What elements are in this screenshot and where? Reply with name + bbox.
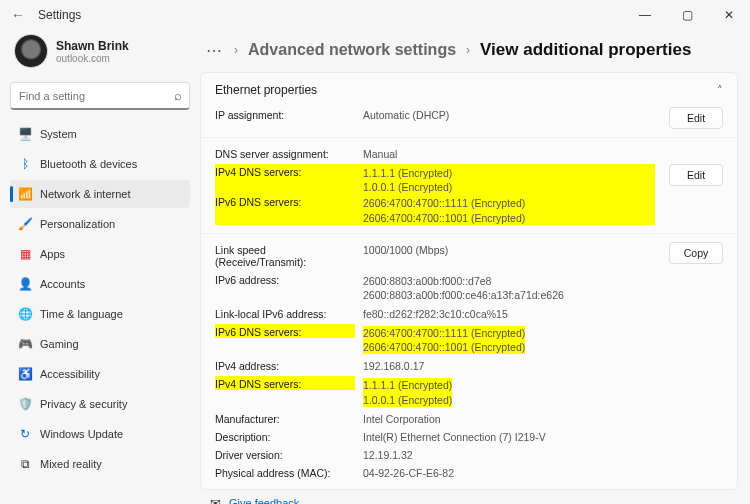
nav-icon: 🌐 <box>18 307 32 321</box>
driver-version-value: 12.19.1.32 <box>363 447 655 461</box>
ipv6-dns-label: IPv6 DNS servers: <box>215 194 355 224</box>
window-controls: — ▢ ✕ <box>624 0 750 30</box>
sidebar-item-privacy-security[interactable]: 🛡️Privacy & security <box>10 390 190 418</box>
search-input[interactable] <box>10 82 190 110</box>
nav-icon: 🎮 <box>18 337 32 351</box>
nav-label: Gaming <box>40 338 79 350</box>
ipv6-dns2-value: 2606:4700:4700::1111 (Encrypted) 2606:47… <box>363 324 655 354</box>
nav-icon: ▦ <box>18 247 32 261</box>
sidebar-item-apps[interactable]: ▦Apps <box>10 240 190 268</box>
chevron-right-icon: › <box>466 43 470 57</box>
breadcrumb-level1[interactable]: Advanced network settings <box>248 41 456 59</box>
sidebar-item-bluetooth-devices[interactable]: ᛒBluetooth & devices <box>10 150 190 178</box>
nav-label: Windows Update <box>40 428 123 440</box>
chevron-right-icon: › <box>234 43 238 57</box>
avatar <box>14 34 48 68</box>
nav-icon: ⧉ <box>18 457 32 471</box>
chevron-up-icon: ˄ <box>717 84 723 97</box>
card-title: Ethernet properties <box>215 83 317 97</box>
dns-assignment-label: DNS server assignment: <box>215 146 355 160</box>
profile-mail: outlook.com <box>56 53 129 64</box>
description-label: Description: <box>215 429 355 443</box>
profile[interactable]: Shawn Brink outlook.com <box>10 30 190 78</box>
mac-value: 04-92-26-CF-E6-82 <box>363 465 655 479</box>
nav-label: Mixed reality <box>40 458 102 470</box>
profile-name: Shawn Brink <box>56 39 129 53</box>
ipv6-dns-value: 2606:4700:4700::1111 (Encrypted) 2606:47… <box>363 194 655 224</box>
nav-label: Time & language <box>40 308 123 320</box>
link-speed-value: 1000/1000 (Mbps) <box>363 242 655 256</box>
minimize-button[interactable]: — <box>624 0 666 30</box>
breadcrumb-more[interactable]: ⋯ <box>206 41 224 60</box>
close-button[interactable]: ✕ <box>708 0 750 30</box>
breadcrumb: ⋯ › Advanced network settings › View add… <box>200 34 738 72</box>
ipv4-dns2-label: IPv4 DNS servers: <box>215 376 355 390</box>
ipv4-dns-label: IPv4 DNS servers: <box>215 164 355 194</box>
mac-label: Physical address (MAC): <box>215 465 355 479</box>
card-header[interactable]: Ethernet properties ˄ <box>201 73 737 107</box>
nav-icon: 🖌️ <box>18 217 32 231</box>
copy-button[interactable]: Copy <box>669 242 723 264</box>
sidebar-item-gaming[interactable]: 🎮Gaming <box>10 330 190 358</box>
ipv4-address-value: 192.168.0.17 <box>363 358 655 372</box>
sidebar-item-accessibility[interactable]: ♿Accessibility <box>10 360 190 388</box>
dns-assignment-value: Manual <box>363 146 655 160</box>
search-icon[interactable]: ⌕ <box>174 88 182 103</box>
manufacturer-value: Intel Corporation <box>363 411 655 425</box>
main-content: ⋯ › Advanced network settings › View add… <box>200 30 750 504</box>
link-speed-label: Link speed (Receive/Transmit): <box>215 242 355 268</box>
nav-icon: ᛒ <box>18 157 32 171</box>
ipv4-dns-value: 1.1.1.1 (Encrypted) 1.0.0.1 (Encrypted) <box>363 164 655 194</box>
sidebar-item-time-language[interactable]: 🌐Time & language <box>10 300 190 328</box>
ipv4-address-label: IPv4 address: <box>215 358 355 372</box>
description-value: Intel(R) Ethernet Connection (7) I219-V <box>363 429 655 443</box>
nav-label: System <box>40 128 77 140</box>
nav-icon: 🖥️ <box>18 127 32 141</box>
feedback-link[interactable]: ✉ Give feedback <box>200 496 738 504</box>
maximize-button[interactable]: ▢ <box>666 0 708 30</box>
feedback-icon: ✉ <box>210 496 221 504</box>
ipv6-dns2-label: IPv6 DNS servers: <box>215 324 355 338</box>
manufacturer-label: Manufacturer: <box>215 411 355 425</box>
nav-icon: ↻ <box>18 427 32 441</box>
nav-icon: 🛡️ <box>18 397 32 411</box>
ip-assignment-label: IP assignment: <box>215 107 355 121</box>
nav-label: Privacy & security <box>40 398 127 410</box>
nav-label: Personalization <box>40 218 115 230</box>
nav-icon: 📶 <box>18 187 32 201</box>
sidebar-item-accounts[interactable]: 👤Accounts <box>10 270 190 298</box>
sidebar-item-system[interactable]: 🖥️System <box>10 120 190 148</box>
nav-label: Network & internet <box>40 188 130 200</box>
driver-version-label: Driver version: <box>215 447 355 461</box>
ipv4-dns2-value: 1.1.1.1 (Encrypted) 1.0.0.1 (Encrypted) <box>363 376 655 406</box>
window-title: Settings <box>38 8 81 22</box>
nav-list: 🖥️SystemᛒBluetooth & devices📶Network & i… <box>10 120 190 478</box>
ipv6-address-label: IPv6 address: <box>215 272 355 286</box>
link-local-ipv6-value: fe80::d262:f282:3c10:c0ca%15 <box>363 306 655 320</box>
sidebar-item-network-internet[interactable]: 📶Network & internet <box>10 180 190 208</box>
nav-label: Accessibility <box>40 368 100 380</box>
nav-label: Bluetooth & devices <box>40 158 137 170</box>
nav-icon: 👤 <box>18 277 32 291</box>
feedback-label: Give feedback <box>229 497 299 504</box>
sidebar: Shawn Brink outlook.com ⌕ 🖥️SystemᛒBluet… <box>0 30 200 504</box>
nav-icon: ♿ <box>18 367 32 381</box>
ipv6-address-value: 2600:8803:a00b:f000::d7e8 2600:8803:a00b… <box>363 272 655 302</box>
sidebar-item-mixed-reality[interactable]: ⧉Mixed reality <box>10 450 190 478</box>
sidebar-item-personalization[interactable]: 🖌️Personalization <box>10 210 190 238</box>
ethernet-properties-card: Ethernet properties ˄ IP assignment: Aut… <box>200 72 738 490</box>
edit-dns-button[interactable]: Edit <box>669 164 723 186</box>
breadcrumb-level2: View additional properties <box>480 40 691 60</box>
sidebar-item-windows-update[interactable]: ↻Windows Update <box>10 420 190 448</box>
nav-label: Apps <box>40 248 65 260</box>
nav-label: Accounts <box>40 278 85 290</box>
edit-ip-button[interactable]: Edit <box>669 107 723 129</box>
back-icon[interactable]: ← <box>8 7 28 23</box>
link-local-ipv6-label: Link-local IPv6 address: <box>215 306 355 320</box>
ip-assignment-value: Automatic (DHCP) <box>363 107 655 121</box>
